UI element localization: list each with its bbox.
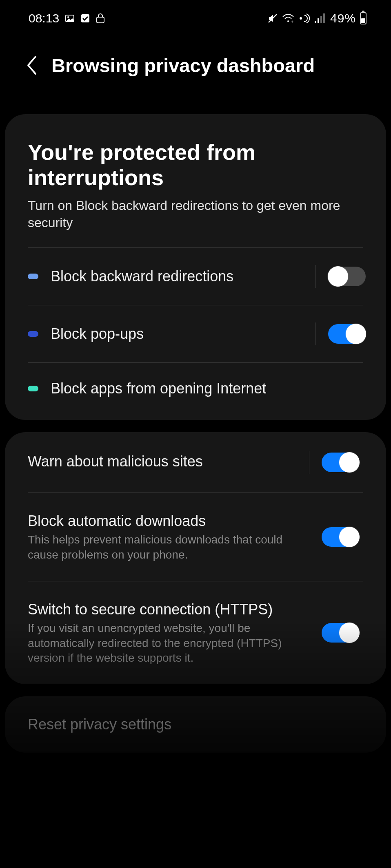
- image-icon: [65, 13, 75, 23]
- vertical-separator: [315, 265, 316, 288]
- toggle-block-auto-downloads[interactable]: [322, 527, 359, 547]
- svg-rect-11: [323, 13, 325, 23]
- vertical-separator: [309, 451, 309, 474]
- svg-rect-3: [97, 17, 104, 23]
- battery-icon: [360, 12, 367, 24]
- indicator-dot-icon: [28, 331, 38, 337]
- page-title: Browsing privacy dashboard: [51, 54, 315, 77]
- signal-icon: [315, 13, 326, 23]
- row-label: Block apps from opening Internet: [51, 380, 370, 397]
- status-time: 08:13: [29, 11, 59, 25]
- checkbox-icon: [80, 13, 90, 23]
- toggle-block-popups[interactable]: [328, 324, 366, 344]
- security-card: Warn about malicious sites Block automat…: [5, 432, 386, 684]
- svg-rect-9: [318, 18, 319, 23]
- svg-text:+: +: [291, 20, 293, 23]
- indicator-dot-icon: [28, 386, 38, 391]
- row-description: This helps prevent malicious downloads t…: [28, 532, 309, 562]
- row-block-popups[interactable]: Block pop-ups: [5, 305, 386, 362]
- back-button[interactable]: [24, 53, 39, 77]
- toggle-block-backward-redirections[interactable]: [328, 267, 366, 286]
- row-description: If you visit an unencrypted website, you…: [28, 621, 309, 665]
- row-title: Block automatic downloads: [28, 512, 309, 530]
- battery-percent: 49%: [330, 11, 356, 25]
- hero-subtitle: Turn on Block backward redirections to g…: [28, 197, 363, 231]
- lock-icon: [96, 13, 105, 24]
- hero-title: You're protected from interruptions: [28, 139, 363, 190]
- row-switch-secure-connection[interactable]: Switch to secure connection (HTTPS) If y…: [5, 581, 386, 684]
- reset-privacy-settings: Reset privacy settings: [28, 716, 363, 733]
- toggle-switch-secure-connection[interactable]: [322, 623, 359, 643]
- svg-point-1: [67, 16, 69, 18]
- header: Browsing privacy dashboard: [0, 37, 391, 102]
- svg-rect-10: [320, 16, 322, 23]
- status-left: 08:13: [29, 11, 105, 25]
- vertical-separator: [315, 322, 316, 345]
- svg-rect-8: [315, 21, 316, 23]
- toggle-warn-malicious-sites[interactable]: [322, 453, 359, 472]
- row-title: Warn about malicious sites: [28, 452, 297, 470]
- row-warn-malicious-sites[interactable]: Warn about malicious sites: [5, 432, 386, 493]
- row-title: Switch to secure connection (HTTPS): [28, 600, 309, 618]
- mute-icon: [267, 13, 278, 24]
- protection-card: You're protected from interruptions Turn…: [5, 114, 386, 420]
- row-block-apps-opening-internet[interactable]: Block apps from opening Internet: [5, 363, 386, 420]
- volte-icon: [298, 13, 311, 24]
- row-label: Block pop-ups: [51, 325, 303, 342]
- reset-card[interactable]: Reset privacy settings: [5, 696, 386, 753]
- row-block-auto-downloads[interactable]: Block automatic downloads This helps pre…: [5, 493, 386, 581]
- indicator-dot-icon: [28, 274, 38, 279]
- status-bar: 08:13 + 49%: [0, 0, 391, 37]
- row-label: Block backward redirections: [51, 268, 303, 285]
- status-right: + 49%: [267, 11, 367, 25]
- row-block-backward-redirections[interactable]: Block backward redirections: [5, 248, 386, 305]
- svg-point-7: [300, 17, 302, 20]
- wifi-icon: +: [282, 13, 294, 23]
- svg-point-5: [287, 20, 289, 22]
- hero-section: You're protected from interruptions Turn…: [5, 114, 386, 248]
